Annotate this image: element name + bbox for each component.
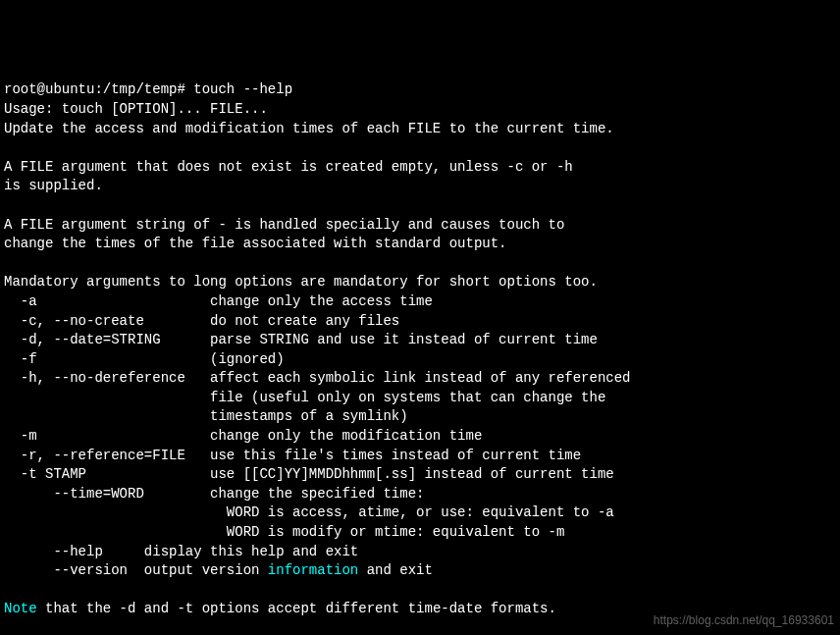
option-time-line2: WORD is access, atime, or use: equivalen…	[4, 504, 614, 520]
terminal-output[interactable]: root@ubuntu:/tmp/temp# touch --help Usag…	[4, 80, 836, 635]
shell-prompt: root@ubuntu:/tmp/temp#	[4, 81, 193, 97]
option-r: -r, --reference=FILE use this file's tim…	[4, 448, 581, 463]
option-m: -m change only the modification time	[4, 428, 482, 444]
information-highlight: information	[268, 562, 358, 578]
para3-line1: A FILE argument string of - is handled s…	[4, 217, 564, 233]
description-line: Update the access and modification times…	[4, 121, 614, 136]
note-highlight: Note	[4, 601, 37, 616]
option-h-line1: -h, --no-dereference affect each symboli…	[4, 370, 631, 386]
command-text: touch --help	[193, 81, 292, 97]
watermark-text: https://blog.csdn.net/qq_16933601	[654, 612, 834, 629]
mandatory-line: Mandatory arguments to long options are …	[4, 274, 598, 290]
usage-line: Usage: touch [OPTION]... FILE...	[4, 101, 268, 117]
option-version: --version output version information and…	[4, 562, 433, 578]
option-h-line2: file (useful only on systems that can ch…	[4, 390, 605, 405]
option-time-line1: --time=WORD change the specified time:	[4, 486, 424, 502]
option-h-line3: timestamps of a symlink)	[4, 408, 408, 424]
option-help: --help display this help and exit	[4, 544, 358, 559]
note-line: Note that the -d and -t options accept d…	[4, 601, 556, 616]
option-time-line3: WORD is modify or mtime: equivalent to -…	[4, 524, 564, 540]
option-d: -d, --date=STRING parse STRING and use i…	[4, 332, 598, 347]
option-f: -f (ignored)	[4, 351, 285, 367]
option-c: -c, --no-create do not create any files	[4, 313, 399, 329]
para3-line2: change the times of the file associated …	[4, 236, 506, 251]
prompt-line: root@ubuntu:/tmp/temp# touch --help	[4, 81, 292, 97]
option-t: -t STAMP use [[CC]YY]MMDDhhmm[.ss] inste…	[4, 466, 614, 482]
para2-line1: A FILE argument that does not exist is c…	[4, 159, 573, 175]
para2-line2: is supplied.	[4, 178, 103, 193]
option-a: -a change only the access time	[4, 293, 433, 309]
